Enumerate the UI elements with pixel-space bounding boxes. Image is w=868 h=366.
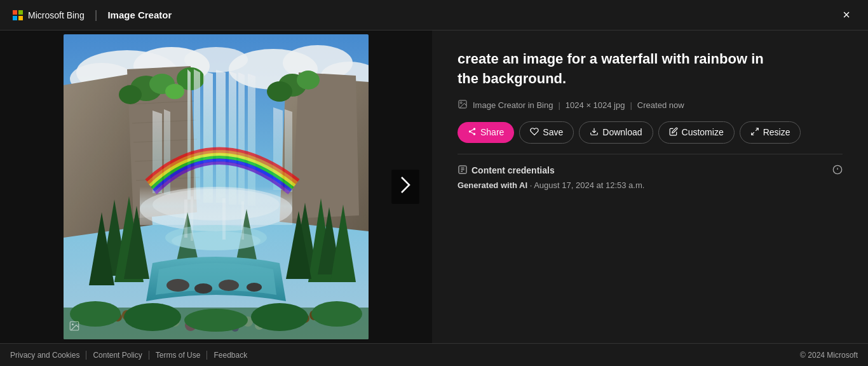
ms-logo: Microsoft Bing xyxy=(13,10,85,20)
meta-source: Image Creator in Bing xyxy=(473,100,553,110)
action-buttons: Share Save Download xyxy=(458,121,843,144)
header-divider: | xyxy=(95,8,98,22)
image-title: create an image for a waterfall with rai… xyxy=(458,50,788,89)
resize-label: Resize xyxy=(763,127,790,137)
meta-sep2: | xyxy=(630,100,632,110)
close-button[interactable]: × xyxy=(837,5,855,25)
main-content: create an image for a waterfall with rai… xyxy=(0,30,868,343)
generated-image xyxy=(64,34,369,339)
privacy-link[interactable]: Privacy and Cookies xyxy=(10,351,86,360)
meta-icon xyxy=(458,99,468,111)
download-button[interactable]: Download xyxy=(579,121,653,144)
download-icon xyxy=(590,127,599,138)
meta-sep1: | xyxy=(558,100,560,110)
footer: Privacy and Cookies Content Policy Terms… xyxy=(0,343,868,366)
customize-button[interactable]: Customize xyxy=(658,121,735,144)
meta-dimensions: 1024 × 1024 jpg xyxy=(566,100,625,110)
info-panel: create an image for a waterfall with rai… xyxy=(432,30,868,343)
customize-icon xyxy=(669,127,678,138)
copyright: © 2024 Microsoft xyxy=(800,351,858,360)
terms-link[interactable]: Terms of Use xyxy=(149,351,208,360)
share-icon xyxy=(468,127,477,138)
header: Microsoft Bing | Image Creator × xyxy=(0,0,868,30)
credentials-header: Content credentials xyxy=(458,165,843,177)
content-policy-link[interactable]: Content Policy xyxy=(86,351,149,360)
credentials-detail: Generated with AI · August 17, 2024 at 1… xyxy=(458,179,843,192)
svg-point-69 xyxy=(72,323,74,325)
save-label: Save xyxy=(543,127,563,137)
credentials-date: · August 17, 2024 at 12:53 a.m. xyxy=(530,180,645,190)
svg-line-79 xyxy=(751,132,754,135)
info-icon[interactable] xyxy=(832,165,843,177)
svg-rect-67 xyxy=(64,34,369,339)
footer-links: Privacy and Cookies Content Policy Terms… xyxy=(10,351,254,360)
share-button[interactable]: Share xyxy=(458,122,514,143)
image-overlay-icon xyxy=(69,320,80,334)
generated-with-ai: Generated with AI xyxy=(458,180,527,190)
resize-button[interactable]: Resize xyxy=(740,121,801,144)
credentials-section: Content credentials Generated with AI · … xyxy=(458,154,843,192)
microsoft-grid-icon xyxy=(13,10,23,20)
svg-line-76 xyxy=(471,129,473,130)
header-left: Microsoft Bing | Image Creator xyxy=(13,8,172,22)
save-button[interactable]: Save xyxy=(519,121,574,144)
save-icon xyxy=(530,127,539,138)
brand-name: Microsoft Bing xyxy=(28,10,85,20)
image-container xyxy=(64,34,369,339)
credentials-label: Content credentials xyxy=(471,165,555,175)
feedback-link[interactable]: Feedback xyxy=(207,351,254,360)
credentials-title: Content credentials xyxy=(458,165,555,177)
credentials-icon xyxy=(458,165,468,177)
next-arrow-button[interactable] xyxy=(391,170,419,204)
share-label: Share xyxy=(480,127,504,137)
svg-point-74 xyxy=(473,133,476,135)
customize-label: Customize xyxy=(682,127,724,137)
image-area xyxy=(0,30,432,343)
svg-point-73 xyxy=(469,130,471,133)
svg-point-72 xyxy=(473,128,476,130)
svg-line-75 xyxy=(471,132,473,133)
svg-point-71 xyxy=(460,102,462,104)
meta-created: Created now xyxy=(637,100,684,110)
resize-icon xyxy=(750,127,759,138)
svg-line-78 xyxy=(756,128,758,130)
image-meta: Image Creator in Bing | 1024 × 1024 jpg … xyxy=(458,99,843,111)
download-label: Download xyxy=(602,127,642,137)
app-title: Image Creator xyxy=(107,10,172,20)
